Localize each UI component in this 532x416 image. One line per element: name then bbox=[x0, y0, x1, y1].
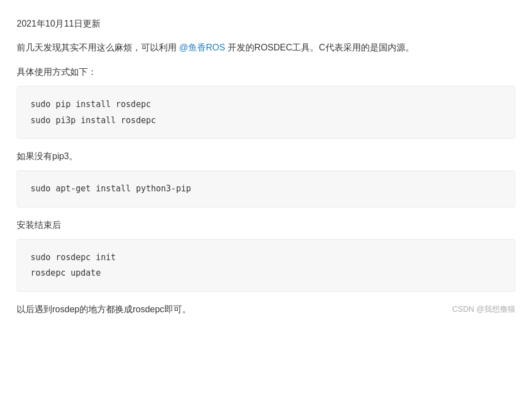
usage-label: 具体使用方式如下： bbox=[17, 67, 515, 78]
intro-text-before-link: 前几天发现其实不用这么麻烦，可以利用 bbox=[17, 43, 179, 52]
code-line-2-1: sudo apt-get install python3-pip bbox=[31, 181, 501, 197]
pip3-note: 如果没有pip3。 bbox=[17, 151, 515, 163]
code-line-3-1: sudo rosdepc init bbox=[31, 250, 501, 266]
code-block-1: sudo pip install rosdepc sudo pi3p insta… bbox=[17, 86, 515, 139]
code-block-3: sudo rosdepc init rosdepc update bbox=[17, 239, 515, 292]
footer-text: 以后遇到rosdep的地方都换成rosdepc即可。 bbox=[17, 304, 191, 316]
intro-paragraph: 前几天发现其实不用这么麻烦，可以利用 @鱼香ROS 开发的ROSDEC工具。C代… bbox=[17, 40, 515, 56]
intro-text-after-link: 开发的ROSDEC工具。C代表采用的是国内源。 bbox=[225, 43, 414, 52]
code-line-1-1: sudo pip install rosdepc bbox=[31, 97, 501, 113]
footer-row: 以后遇到rosdep的地方都换成rosdepc即可。 CSDN @我想撸猫 bbox=[17, 304, 515, 316]
code-line-1-2: sudo pi3p install rosdepc bbox=[31, 113, 501, 129]
update-date: 2021年10月11日更新 bbox=[17, 17, 515, 31]
install-done-label: 安装结束后 bbox=[17, 220, 515, 231]
watermark: CSDN @我想撸猫 bbox=[452, 305, 515, 314]
ros-link[interactable]: @鱼香ROS bbox=[179, 43, 225, 52]
code-block-2: sudo apt-get install python3-pip bbox=[17, 170, 515, 207]
code-line-3-2: rosdepc update bbox=[31, 265, 501, 281]
